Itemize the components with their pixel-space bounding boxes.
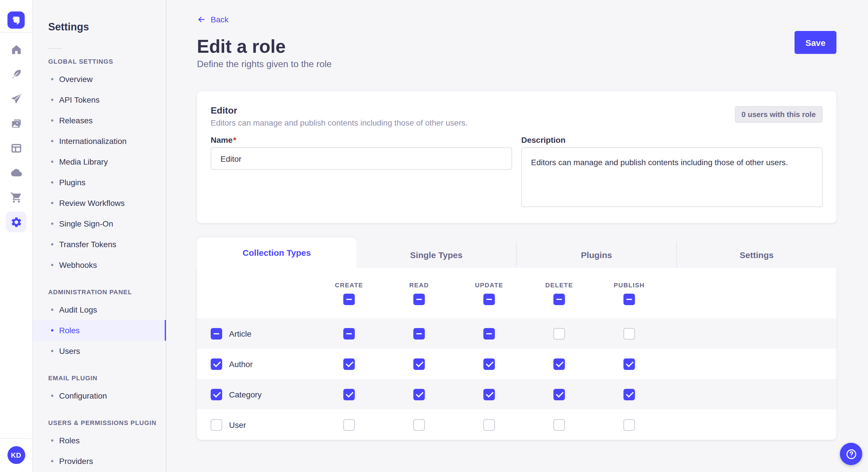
bullet-icon — [51, 439, 53, 442]
tab-settings[interactable]: Settings — [676, 242, 836, 268]
column-label: DELETE — [546, 281, 573, 288]
permission-checkbox[interactable] — [553, 358, 565, 370]
rail-item-shopping-cart[interactable] — [6, 185, 26, 210]
sidebar-item-internationalization[interactable]: Internationalization — [33, 131, 166, 151]
tab-label: Settings — [740, 250, 774, 260]
row-select-checkbox[interactable] — [211, 328, 222, 339]
permission-checkbox[interactable] — [484, 389, 495, 400]
sidebar-item-audit-logs[interactable]: Audit Logs — [33, 299, 166, 320]
sidebar-item-users[interactable]: Users — [33, 341, 166, 361]
rail-item-layout[interactable] — [6, 136, 26, 161]
sidebar-item-label: Webhooks — [59, 260, 97, 270]
back-link[interactable]: Back — [197, 15, 228, 24]
permission-checkbox[interactable] — [343, 389, 355, 400]
column-select-checkbox[interactable] — [413, 293, 425, 305]
permission-checkbox[interactable] — [413, 389, 425, 400]
column-select-checkbox[interactable] — [484, 293, 495, 305]
bullet-icon — [51, 264, 53, 266]
strapi-logo-icon[interactable] — [7, 11, 25, 29]
bullet-icon — [51, 460, 53, 462]
permission-checkbox[interactable] — [553, 419, 565, 430]
sidebar-item-plugins[interactable]: Plugins — [33, 172, 166, 193]
column-select-checkbox[interactable] — [343, 293, 355, 305]
column-select-checkbox[interactable] — [623, 293, 635, 305]
permission-checkbox[interactable] — [484, 328, 495, 339]
permissions-rows: Article Author Category User — [197, 318, 836, 440]
home-icon — [10, 43, 22, 56]
tab-plugins[interactable]: Plugins — [516, 242, 676, 268]
sidebar-item-label: Overview — [59, 74, 93, 84]
rail-item-home[interactable] — [6, 37, 26, 62]
role-name-input[interactable] — [211, 147, 512, 170]
rail-item-media-library[interactable] — [6, 111, 26, 136]
user-avatar[interactable]: KD — [7, 446, 25, 464]
sidebar-item-review-workflows[interactable]: Review Workflows — [33, 193, 166, 213]
description-label: Description — [521, 135, 823, 145]
permission-checkbox[interactable] — [343, 328, 355, 339]
bullet-icon — [51, 140, 53, 142]
help-button[interactable] — [840, 443, 862, 465]
permission-row-author: Author — [197, 349, 836, 379]
layout-icon — [10, 142, 22, 154]
permission-checkbox[interactable] — [413, 328, 425, 339]
tab-label: Collection Types — [243, 248, 311, 258]
sidebar-item-overview[interactable]: Overview — [33, 69, 166, 90]
sidebar-section: USERS & PERMISSIONS PLUGIN Roles Provide… — [33, 415, 166, 471]
sidebar-item-releases[interactable]: Releases — [33, 110, 166, 131]
sidebar-item-label: Review Workflows — [59, 198, 125, 208]
users-count-badge[interactable]: 0 users with this role — [735, 106, 823, 123]
tab-label: Single Types — [410, 250, 463, 260]
permission-column: PUBLISH — [594, 281, 664, 305]
row-select-checkbox[interactable] — [211, 389, 222, 400]
permission-checkbox[interactable] — [343, 419, 355, 430]
permission-checkbox[interactable] — [484, 419, 495, 430]
permission-checkbox[interactable] — [413, 358, 425, 370]
permission-checkbox[interactable] — [623, 419, 635, 430]
permission-checkbox[interactable] — [553, 328, 565, 339]
sidebar-item-api-tokens[interactable]: API Tokens — [33, 90, 166, 110]
sidebar-item-transfer-tokens[interactable]: Transfer Tokens — [33, 234, 166, 255]
settings-sidebar: Settings GLOBAL SETTINGS Overview API To… — [33, 0, 166, 472]
permission-row-user: User — [197, 409, 836, 440]
permission-checkbox[interactable] — [413, 419, 425, 430]
rail-item-feather[interactable] — [6, 62, 26, 87]
sidebar-item-single-sign-on[interactable]: Single Sign-On — [33, 213, 166, 234]
tab-single-types[interactable]: Single Types — [356, 242, 516, 268]
sidebar-item-configuration[interactable]: Configuration — [33, 385, 166, 406]
row-select-checkbox[interactable] — [211, 419, 222, 430]
sidebar-item-label: Roles — [59, 326, 80, 335]
permission-column: READ — [384, 281, 454, 305]
tab-collection-types[interactable]: Collection Types — [197, 237, 356, 268]
permission-column: UPDATE — [454, 281, 524, 305]
sidebar-item-label: Audit Logs — [59, 305, 97, 314]
rail-item-settings-gear[interactable] — [6, 212, 26, 232]
role-description-textarea[interactable]: Editors can manage and publish contents … — [521, 147, 823, 207]
column-select-checkbox[interactable] — [553, 293, 565, 305]
role-name-heading: Editor — [211, 105, 823, 116]
page-title: Edit a role — [197, 36, 836, 57]
sidebar-item-media-library[interactable]: Media Library — [33, 151, 166, 172]
row-select-checkbox[interactable] — [211, 358, 222, 370]
permission-checkbox[interactable] — [623, 358, 635, 370]
permission-checkbox[interactable] — [553, 389, 565, 400]
sidebar-item-providers[interactable]: Providers — [33, 451, 166, 471]
cloud-icon — [10, 167, 22, 179]
sidebar-item-webhooks[interactable]: Webhooks — [33, 255, 166, 275]
rail-item-paper-plane[interactable] — [6, 87, 26, 111]
bullet-icon — [51, 308, 53, 311]
permission-checkbox[interactable] — [623, 328, 635, 339]
permission-checkbox[interactable] — [623, 389, 635, 400]
permission-checkbox[interactable] — [484, 358, 495, 370]
back-label: Back — [211, 15, 228, 24]
rail-item-cloud[interactable] — [6, 161, 26, 185]
content-type-label: Author — [229, 359, 253, 369]
column-label: CREATE — [335, 281, 363, 288]
sidebar-item-roles[interactable]: Roles — [33, 320, 166, 341]
permissions-header-row: CREATE READ UPDATE DELETE PUBLISH — [197, 268, 836, 318]
permission-checkbox[interactable] — [343, 358, 355, 370]
sidebar-item-roles[interactable]: Roles — [33, 430, 166, 451]
save-button[interactable]: Save — [795, 31, 836, 54]
sidebar-item-label: Plugins — [59, 178, 86, 187]
description-field-group: Description Editors can manage and publi… — [521, 135, 823, 209]
bullet-icon — [51, 161, 53, 163]
